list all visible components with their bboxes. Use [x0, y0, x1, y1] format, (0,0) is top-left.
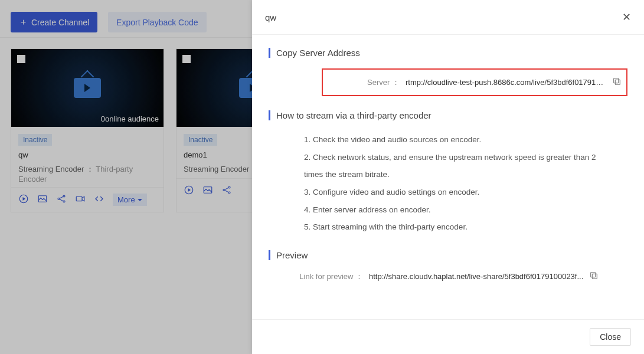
copy-icon[interactable]: [612, 77, 622, 88]
channel-detail-modal: qw ✕ Copy Server Address Server ： rtmp:/…: [252, 0, 644, 354]
modal-footer: Close: [252, 319, 644, 354]
server-row: Server ： rtmp://cloudlive-test-push.8686…: [322, 68, 627, 96]
modal-title: qw: [265, 12, 276, 22]
howto-steps: 1. Check the video and audio sources on …: [304, 131, 610, 236]
modal-body: Copy Server Address Server ： rtmp://clou…: [252, 35, 644, 319]
section-title-preview: Preview: [269, 250, 627, 260]
step-item: 1. Check the video and audio sources on …: [304, 131, 610, 149]
modal-header: qw ✕: [252, 0, 644, 35]
section-title-howto: How to stream via a third-party encoder: [269, 110, 627, 120]
server-label: Server ：: [323, 77, 406, 88]
svg-rect-14: [591, 273, 596, 277]
preview-value: http://share.cloudv.haplat.net/live-shar…: [369, 272, 583, 281]
preview-row: Link for preview ： http://share.cloudv.h…: [286, 271, 610, 282]
svg-rect-11: [615, 80, 620, 84]
preview-label: Link for preview ：: [286, 271, 369, 282]
close-icon[interactable]: ✕: [622, 11, 631, 24]
copy-icon[interactable]: [589, 271, 599, 282]
step-item: 5. Start streaming with the third-party …: [304, 218, 610, 236]
svg-rect-13: [593, 274, 597, 278]
step-item: 2. Check network status, and ensure the …: [304, 149, 610, 183]
section-title-server: Copy Server Address: [269, 48, 627, 58]
step-item: 3. Configure video and audio settings on…: [304, 183, 610, 201]
step-item: 4. Enter server address on encoder.: [304, 201, 610, 219]
close-button[interactable]: Close: [590, 328, 631, 346]
svg-rect-12: [614, 78, 619, 83]
server-value: rtmp://cloudlive-test-push.8686c.com/liv…: [406, 78, 606, 87]
